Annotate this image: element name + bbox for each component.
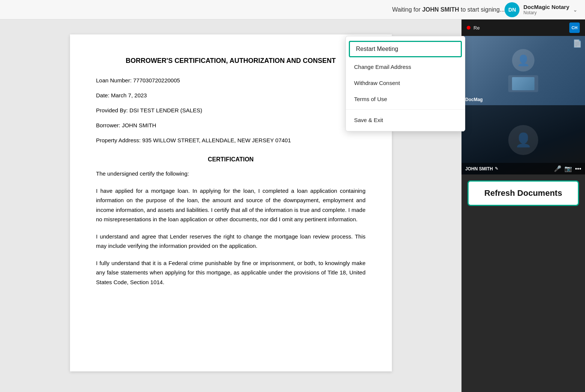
document-title: BORROWER'S CERTIFICATION, AUTHORIZATION … [96,57,366,65]
person-silhouette: 👤 [508,125,538,155]
terms-of-use-item[interactable]: Terms of Use [346,91,465,107]
para1: I have applied for a mortgage loan. In a… [96,186,366,224]
withdraw-consent-item[interactable]: Withdraw Consent [346,75,465,91]
sidebar-video-icon[interactable]: CH [569,22,580,33]
user-role: Notary [523,10,569,15]
certification-section-title: CERTIFICATION [96,156,366,163]
top-bar: Waiting for JOHN SMITH to start signing.… [0,0,585,19]
small-inset-video [508,75,538,92]
notary-video-label: DocMag [465,97,483,102]
notary-avatar: 👤 [512,49,534,72]
signer-name: JOHN SMITH [422,6,459,13]
property-address-field: Property Address: 935 WILLOW STREET, ALL… [96,136,366,145]
camera-icon[interactable]: 📷 [564,165,572,172]
restart-meeting-item[interactable]: Restart Meeting [349,41,462,57]
more-options-icon[interactable]: ••• [575,165,581,172]
microphone-icon[interactable]: 🎤 [554,165,561,172]
document-page: BORROWER'S CERTIFICATION, AUTHORIZATION … [70,34,392,371]
right-sidebar: Re CH Restart Meeting Change Email Addre… [461,19,585,392]
provided-by-field: Provided By: DSI TEST LENDER (SALES) [96,106,366,115]
notary-video-inner: 👤 [461,36,585,105]
date-field: Date: March 7, 2023 [96,91,366,100]
doc-icon: 📄 [573,39,582,48]
waiting-message: Waiting for JOHN SMITH to start signing.… [392,6,505,13]
recording-bar: Re CH Restart Meeting Change Email Addre… [461,19,585,36]
dropdown-menu: Restart Meeting Change Email Address Wit… [345,36,465,131]
edit-name-icon[interactable]: ✎ [495,166,498,171]
loan-number-field: Loan Number: 777030720220005 [96,76,366,85]
para2: I understand and agree that Lender reser… [96,232,366,251]
recording-label: Re [473,25,480,31]
para3: I fully understand that it is a Federal … [96,258,366,287]
user-name: DocMagic Notary [523,4,569,10]
refresh-documents-button[interactable]: Refresh Documents [467,180,579,206]
main-content: BORROWER'S CERTIFICATION, AUTHORIZATION … [0,19,585,392]
change-email-item[interactable]: Change Email Address [346,59,465,75]
save-exit-item[interactable]: Save & Exit [346,112,465,128]
undersigned-text: The undersigned certify the following: [96,169,366,179]
notary-video: 👤 DocMag 📄 [461,36,585,105]
john-smith-video: 👤 JOHN SMITH ✎ 🎤 📷 ••• [461,105,585,174]
user-profile-area[interactable]: DN DocMagic Notary Notary ⌄ [505,2,578,17]
dropdown-divider [346,109,465,110]
video-controls: JOHN SMITH ✎ 🎤 📷 ••• [461,163,585,174]
avatar: DN [505,2,520,17]
borrower-field: Borrower: JOHN SMITH [96,121,366,130]
user-info: DocMagic Notary Notary [523,4,569,15]
chevron-down-icon[interactable]: ⌄ [573,7,578,13]
recording-dot [467,26,470,30]
john-smith-label: JOHN SMITH ✎ [465,166,551,171]
